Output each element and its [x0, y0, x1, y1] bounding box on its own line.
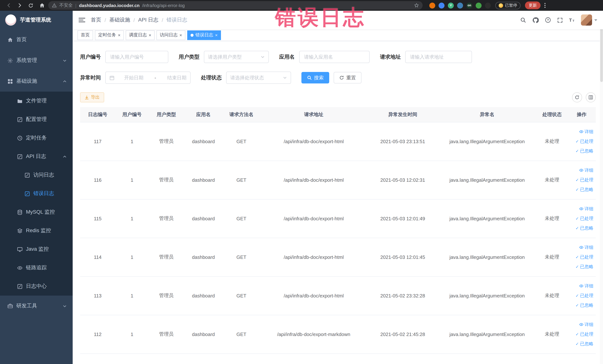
sidebar-item-13[interactable]: 日志中心 [0, 277, 73, 295]
breadcrumb-item-1[interactable]: 基础设施 [109, 17, 130, 23]
action-processed-link[interactable]: ✓已处理 [568, 329, 593, 339]
close-tab-icon[interactable]: × [179, 33, 182, 37]
export-button[interactable]: 导出 [80, 92, 104, 102]
forward-icon[interactable] [15, 0, 24, 10]
extension-vue-devtools-icon[interactable]: V [448, 2, 454, 8]
sidebar-item-14[interactable]: 研发工具 [0, 295, 73, 316]
action-detail-link[interactable]: 详细 [568, 127, 593, 137]
action-processed-link[interactable]: ✓已处理 [568, 137, 593, 146]
github-icon[interactable] [532, 17, 538, 23]
action-detail-link[interactable]: 详细 [568, 281, 593, 291]
tab-0[interactable]: 首页 [78, 30, 93, 40]
eye-small-icon [579, 129, 583, 134]
action-ignored-link[interactable]: ✓已忽略 [568, 262, 593, 271]
font-size-icon[interactable]: TT [569, 17, 575, 23]
action-ignored-link[interactable]: ✓已忽略 [568, 339, 593, 349]
cell-method: GET [223, 276, 260, 315]
column-header: 异常名 [438, 107, 536, 122]
tab-2[interactable]: 调度日志× [126, 30, 155, 40]
action-ignored-link[interactable]: ✓已忽略 [568, 223, 593, 233]
close-tab-icon[interactable]: × [118, 33, 120, 37]
action-detail-link[interactable]: 详细 [568, 243, 593, 252]
action-detail-link[interactable]: 详细 [568, 204, 593, 214]
action-processed-link[interactable]: ✓已处理 [568, 175, 593, 185]
user-menu[interactable] [581, 14, 597, 26]
back-icon[interactable] [4, 0, 13, 10]
sidebar-item-0[interactable]: 首页 [0, 29, 73, 50]
extension-blue-dot-icon[interactable] [439, 2, 444, 8]
sidebar-item-9[interactable]: MySQL 监控 [0, 203, 73, 221]
close-tab-icon[interactable]: × [215, 33, 218, 37]
browser-update-button[interactable]: 更新 [525, 1, 541, 9]
action-ignored-link[interactable]: ✓已忽略 [568, 146, 593, 156]
home-icon[interactable] [37, 0, 47, 10]
chevron-down-icon [63, 304, 67, 308]
action-detail-link[interactable]: 详细 [568, 165, 593, 175]
column-settings-button[interactable] [586, 92, 596, 102]
eye-small-icon [579, 322, 583, 327]
extension-leaf-icon[interactable] [476, 2, 482, 8]
sidebar-item-4[interactable]: 配置管理 [0, 110, 73, 129]
action-ignored-link[interactable]: ✓已忽略 [568, 300, 593, 310]
extension-dark-icon[interactable] [485, 2, 491, 8]
action-processed-link[interactable]: ✓已处理 [568, 214, 593, 223]
sidebar-item-3[interactable]: 文件管理 [0, 92, 73, 110]
breadcrumb-item-0[interactable]: 首页 [91, 17, 101, 23]
breadcrumb-separator: / [104, 17, 106, 23]
sidebar-item-11[interactable]: Java 监控 [0, 240, 73, 258]
search-button[interactable]: 搜索 [302, 72, 329, 83]
address-bar[interactable]: 不安全 | dashboard.yudao.iocoder.cn /infra/… [48, 1, 423, 10]
svg-text:?: ? [547, 18, 549, 22]
fullscreen-icon[interactable] [557, 17, 563, 23]
tab-4[interactable]: 错误日志× [187, 30, 221, 40]
exception-time-range-input[interactable]: 开始日期 - 结束日期 [105, 71, 191, 84]
paused-badge[interactable]: 已暂停 [495, 2, 521, 9]
action-detail-link[interactable]: 详细 [568, 320, 593, 329]
sidebar-item-10[interactable]: Redis 监控 [0, 221, 73, 240]
extension-switch-on-icon[interactable]: on [466, 2, 472, 8]
tab-3[interactable]: 访问日志× [156, 30, 185, 40]
user-type-select[interactable]: 请选择用户类型 [204, 51, 269, 63]
sidebar-item-1[interactable]: 系统管理 [0, 50, 73, 71]
search-icon[interactable] [520, 17, 526, 23]
sidebar-item-2[interactable]: 基础设施 [0, 71, 73, 92]
browser-chrome: 不安全 | dashboard.yudao.iocoder.cn /infra/… [0, 0, 603, 11]
sidebar-item-8[interactable]: 错误日志 [0, 184, 73, 203]
action-processed-link[interactable]: ✓已处理 [568, 252, 593, 262]
warning-icon [52, 3, 57, 8]
bookmark-star-icon[interactable] [414, 3, 419, 8]
request-url-input[interactable] [405, 51, 472, 63]
action-ignored-link[interactable]: ✓已忽略 [568, 185, 593, 194]
help-icon[interactable]: ? [545, 17, 551, 23]
breadcrumb-item-2[interactable]: API 日志 [138, 17, 159, 23]
action-processed-link[interactable]: ✓已处理 [568, 291, 593, 300]
sidebar-menu: 首页系统管理基础设施文件管理配置管理定时任务API 日志访问日志错误日志MySQ… [0, 29, 73, 316]
extension-orange-icon[interactable] [429, 2, 435, 8]
eye-small-icon [579, 245, 583, 250]
app-name-input[interactable] [299, 51, 370, 63]
process-status-select[interactable]: 请选择处理状态 [226, 71, 291, 84]
cell-user_type: 管理员 [149, 199, 184, 238]
cell-app: dashboard [184, 122, 223, 161]
sidebar-item-7[interactable]: 访问日志 [0, 166, 73, 184]
sidebar: 芋道管理系统 首页系统管理基础设施文件管理配置管理定时任务API 日志访问日志错… [0, 11, 73, 364]
sidebar-item-6[interactable]: API 日志 [0, 147, 73, 166]
reload-icon[interactable] [26, 0, 35, 10]
hamburger-icon[interactable] [79, 18, 85, 22]
check-icon: ✓ [576, 137, 579, 146]
browser-menu-icon[interactable] [544, 3, 546, 8]
sidebar-item-5[interactable]: 定时任务 [0, 129, 73, 147]
page-scrollbar[interactable] [600, 11, 603, 364]
tab-1[interactable]: 定时任务× [95, 30, 124, 40]
cell-status: 未处理 [536, 238, 568, 276]
user-id-input[interactable] [105, 51, 168, 63]
refresh-table-button[interactable] [572, 92, 582, 102]
sidebar-item-12[interactable]: 链路追踪 [0, 258, 73, 277]
cell-id: 114 [80, 238, 115, 276]
edit-icon [24, 172, 30, 178]
extension-grid-icon[interactable] [457, 2, 463, 8]
cell-time: 2021-05-03 12:02:31 [368, 161, 438, 199]
close-tab-icon[interactable]: × [149, 33, 151, 37]
svg-text:T: T [569, 18, 572, 23]
reset-button[interactable]: 重置 [334, 72, 361, 83]
